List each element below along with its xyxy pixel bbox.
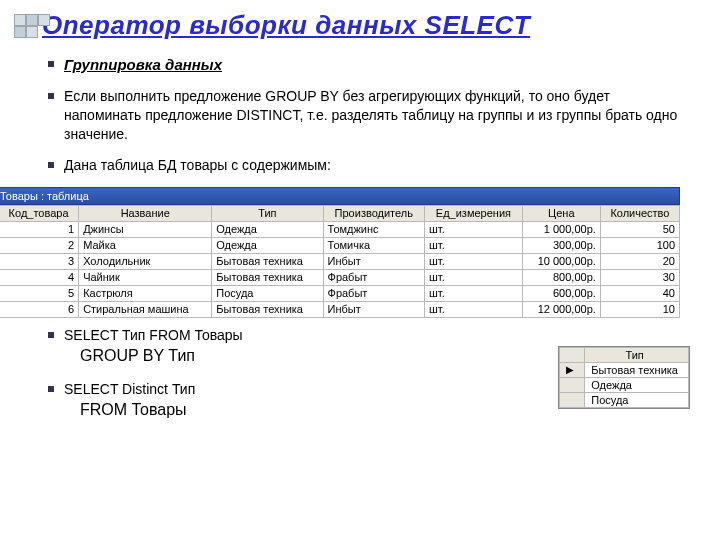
query-line: SELECT Distinct Тип <box>64 381 195 397</box>
cell: 10 <box>600 301 679 317</box>
subheading: Группировка данных <box>48 55 690 75</box>
cell: Посуда <box>585 392 689 407</box>
query-line: GROUP BY Тип <box>80 345 518 367</box>
table-row: 5КастрюляПосудаФрабытшт.600,00р.40 <box>0 285 680 301</box>
cell: 40 <box>600 285 679 301</box>
cell: Одежда <box>585 377 689 392</box>
result-table: Тип ▶Бытовая техникаОдеждаПосуда <box>558 346 690 409</box>
cell: Бытовая техника <box>585 362 689 377</box>
cell: Посуда <box>212 285 323 301</box>
query-2: SELECT Distinct Тип FROM Товары <box>48 380 518 420</box>
table-row: 2МайкаОдеждаТомичкашт.300,00р.100 <box>0 237 680 253</box>
cell: Фрабыт <box>323 285 424 301</box>
cell: шт. <box>425 285 523 301</box>
cell: Майка <box>79 237 212 253</box>
cell: Инбыт <box>323 301 424 317</box>
col-header: Код_товара <box>0 205 79 221</box>
table-row: 4ЧайникБытовая техникаФрабытшт.800,00р.3… <box>0 269 680 285</box>
query-line: SELECT Тип FROM Товары <box>64 327 243 343</box>
cell: 1 <box>0 221 79 237</box>
cell: 300,00р. <box>522 237 600 253</box>
cell: 10 000,00р. <box>522 253 600 269</box>
cell: Кастрюля <box>79 285 212 301</box>
table-row: Посуда <box>560 392 689 407</box>
table-row: ▶Бытовая техника <box>560 362 689 377</box>
col-header: Ед_измерения <box>425 205 523 221</box>
cell: Одежда <box>212 221 323 237</box>
cell: шт. <box>425 269 523 285</box>
cell: Бытовая техника <box>212 301 323 317</box>
table-window-title: Товары : таблица <box>0 190 89 202</box>
cell: шт. <box>425 237 523 253</box>
cell: 4 <box>0 269 79 285</box>
cell: Инбыт <box>323 253 424 269</box>
cell: Холодильник <box>79 253 212 269</box>
row-selector <box>560 392 585 407</box>
col-header: Количество <box>600 205 679 221</box>
cell: 50 <box>600 221 679 237</box>
cell: 30 <box>600 269 679 285</box>
cell: 2 <box>0 237 79 253</box>
cell: Томичка <box>323 237 424 253</box>
page-title: Оператор выборки данных SELECT <box>42 10 720 41</box>
cell: Чайник <box>79 269 212 285</box>
col-header: Цена <box>522 205 600 221</box>
cell: Одежда <box>212 237 323 253</box>
paragraph-1: Если выполнить предложение GROUP BY без … <box>48 87 690 144</box>
cell: 6 <box>0 301 79 317</box>
cell: шт. <box>425 221 523 237</box>
cell: 100 <box>600 237 679 253</box>
table-row: ▶1ДжинсыОдеждаТомджинсшт.1 000,00р.50 <box>0 221 680 237</box>
slide-decoration <box>14 14 74 36</box>
cell: 20 <box>600 253 679 269</box>
cell: 600,00р. <box>522 285 600 301</box>
paragraph-2: Дана таблица БД товары с содержимым: <box>48 156 690 175</box>
result-col-header: Тип <box>585 347 689 362</box>
main-data-table: Код_товара Название Тип Производитель Ед… <box>0 205 680 318</box>
row-selector <box>560 377 585 392</box>
cell: шт. <box>425 301 523 317</box>
row-selector-header <box>560 347 585 362</box>
cell: 3 <box>0 253 79 269</box>
cell: Фрабыт <box>323 269 424 285</box>
cell: шт. <box>425 253 523 269</box>
query-1: SELECT Тип FROM Товары GROUP BY Тип <box>48 326 518 366</box>
col-header: Тип <box>212 205 323 221</box>
cell: 12 000,00р. <box>522 301 600 317</box>
cell: 5 <box>0 285 79 301</box>
query-line: FROM Товары <box>80 399 518 421</box>
cell: Стиральная машина <box>79 301 212 317</box>
col-header: Название <box>79 205 212 221</box>
cell: 1 000,00р. <box>522 221 600 237</box>
table-window-titlebar: Товары : таблица <box>0 187 680 205</box>
cell: 800,00р. <box>522 269 600 285</box>
cell: Джинсы <box>79 221 212 237</box>
table-row: Одежда <box>560 377 689 392</box>
cell: Томджинс <box>323 221 424 237</box>
col-header: Производитель <box>323 205 424 221</box>
cell: Бытовая техника <box>212 253 323 269</box>
table-row: 3ХолодильникБытовая техникаИнбытшт.10 00… <box>0 253 680 269</box>
row-selector: ▶ <box>560 362 585 377</box>
cell: Бытовая техника <box>212 269 323 285</box>
table-row: 6Стиральная машинаБытовая техникаИнбытшт… <box>0 301 680 317</box>
